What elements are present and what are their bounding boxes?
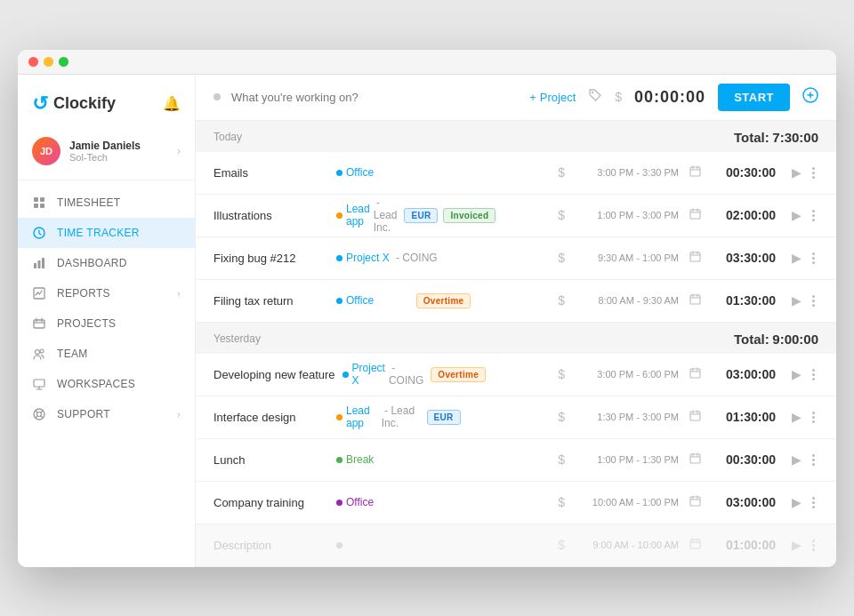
bell-icon[interactable]: 🔔 (163, 95, 181, 112)
entry-project: Break (336, 453, 440, 466)
billable-icon[interactable]: $ (558, 538, 565, 552)
billable-icon[interactable]: $ (558, 208, 565, 222)
svg-rect-3 (40, 204, 44, 208)
user-company: Sol-Tech (69, 152, 168, 163)
more-menu-button[interactable] (809, 295, 818, 307)
dashboard-label: DASHBOARD (57, 257, 127, 269)
project-color-dot (336, 298, 342, 304)
entry-duration: 03:30:00 (712, 251, 776, 265)
entry-duration: 01:30:00 (712, 410, 776, 424)
calendar-icon[interactable] (689, 165, 701, 180)
time-range: 3:00 PM - 3:30 PM (572, 167, 679, 178)
play-button[interactable]: ▶ (792, 452, 802, 467)
svg-rect-12 (34, 380, 44, 387)
play-button[interactable]: ▶ (792, 293, 802, 308)
table-row: Company training Office $ 10:00 AM - 1:0… (196, 482, 836, 524)
calendar-icon[interactable] (689, 538, 701, 552)
play-button[interactable]: ▶ (792, 495, 802, 509)
sidebar-item-workspaces[interactable]: WORKSPACES (18, 369, 195, 399)
minimize-button[interactable] (44, 57, 53, 67)
calendar-icon[interactable] (689, 367, 701, 381)
sidebar-item-support[interactable]: SUPPORT › (18, 399, 195, 429)
more-menu-button[interactable] (809, 252, 818, 264)
play-button[interactable]: ▶ (792, 208, 802, 222)
reports-chevron-icon: › (177, 288, 181, 299)
play-button[interactable]: ▶ (792, 410, 802, 424)
tag-icon[interactable] (588, 88, 602, 106)
calendar-icon[interactable] (689, 410, 701, 424)
sidebar-item-projects[interactable]: PROJECTS (18, 308, 195, 339)
sidebar-item-reports[interactable]: REPORTS › (18, 278, 195, 308)
sidebar-item-team[interactable]: TEAM (18, 339, 195, 369)
table-row: Fixing bug #212 Project X - COING $ 9:30… (196, 237, 836, 280)
sidebar-item-dashboard[interactable]: DASHBOARD (18, 248, 195, 278)
main-content: + Project $ 00:00:00 START (196, 75, 836, 567)
timer-bar: + Project $ 00:00:00 START (196, 75, 836, 121)
billable-icon[interactable]: $ (558, 452, 565, 467)
play-button[interactable]: ▶ (792, 538, 802, 552)
grid-icon (32, 196, 46, 210)
play-button[interactable]: ▶ (792, 165, 802, 180)
team-label: TEAM (57, 348, 88, 360)
maximize-button[interactable] (59, 57, 68, 67)
play-button[interactable]: ▶ (792, 367, 802, 381)
svg-rect-23 (690, 454, 700, 463)
more-menu-button[interactable] (809, 167, 818, 179)
time-tracker-label: TIME TRACKER (57, 227, 140, 239)
more-menu-button[interactable] (809, 412, 818, 423)
billable-icon[interactable]: $ (558, 410, 565, 424)
sidebar-item-time-tracker[interactable]: TIME TRACKER (18, 218, 195, 248)
timer-description-input[interactable] (231, 91, 519, 104)
eur-badge: EUR (427, 410, 461, 425)
more-menu-button[interactable] (809, 497, 818, 508)
project-name: Lead app (346, 203, 370, 228)
timer-actions: + Project $ 00:00:00 START (529, 84, 818, 111)
time-range: 3:00 PM - 6:00 PM (572, 369, 679, 380)
calendar-icon[interactable] (689, 293, 701, 308)
entry-project: Office (336, 294, 409, 307)
mode-toggle-icon[interactable] (802, 87, 818, 108)
project-name: Break (346, 453, 374, 466)
today-total: Total: 7:30:00 (734, 130, 818, 145)
project-color-dot (342, 372, 349, 378)
start-button[interactable]: START (718, 84, 790, 111)
user-name: Jamie Daniels (69, 140, 168, 152)
project-color-dot (336, 414, 342, 420)
calendar-icon[interactable] (689, 208, 701, 222)
calendar-icon[interactable] (689, 452, 701, 467)
more-menu-button[interactable] (809, 369, 818, 380)
today-section: Today Total: 7:30:00 Emails Office (196, 121, 836, 323)
overtime-badge: Overtime (416, 293, 471, 308)
more-menu-button[interactable] (809, 540, 818, 551)
billable-icon[interactable]: $ (558, 367, 565, 381)
project-client: - Lead Inc. (374, 196, 398, 234)
entry-name: Interface design (214, 411, 329, 424)
play-button[interactable]: ▶ (792, 251, 802, 265)
entry-project: Office (336, 496, 440, 508)
add-project-button[interactable]: + Project (529, 91, 576, 104)
project-name: Office (346, 166, 374, 179)
time-range: 8:00 AM - 9:30 AM (572, 295, 679, 306)
user-section[interactable]: JD Jamie Daniels Sol-Tech › (18, 130, 195, 172)
billable-icon[interactable]: $ (558, 495, 565, 509)
time-range: 1:00 PM - 3:00 PM (572, 210, 679, 220)
more-menu-button[interactable] (809, 210, 818, 221)
entry-name: Lunch (214, 453, 329, 467)
svg-rect-22 (690, 412, 700, 420)
sidebar-item-timesheet[interactable]: TIMESHEET (18, 188, 195, 218)
svg-rect-7 (42, 258, 44, 268)
yesterday-section: Yesterday Total: 9:00:00 Developing new … (196, 323, 836, 567)
billable-icon[interactable]: $ (558, 251, 565, 265)
svg-rect-1 (40, 197, 44, 202)
calendar-icon[interactable] (689, 495, 701, 509)
time-range: 9:00 AM - 10:00 AM (572, 540, 679, 550)
billable-icon[interactable]: $ (615, 90, 622, 104)
more-menu-button[interactable] (809, 454, 818, 466)
projects-icon (32, 316, 46, 331)
logo-area: ↺ Clockify 🔔 (18, 85, 195, 130)
timesheet-label: TIMESHEET (57, 196, 120, 209)
billable-icon[interactable]: $ (558, 165, 565, 180)
calendar-icon[interactable] (689, 251, 701, 265)
close-button[interactable] (28, 57, 38, 67)
billable-icon[interactable]: $ (558, 293, 565, 308)
